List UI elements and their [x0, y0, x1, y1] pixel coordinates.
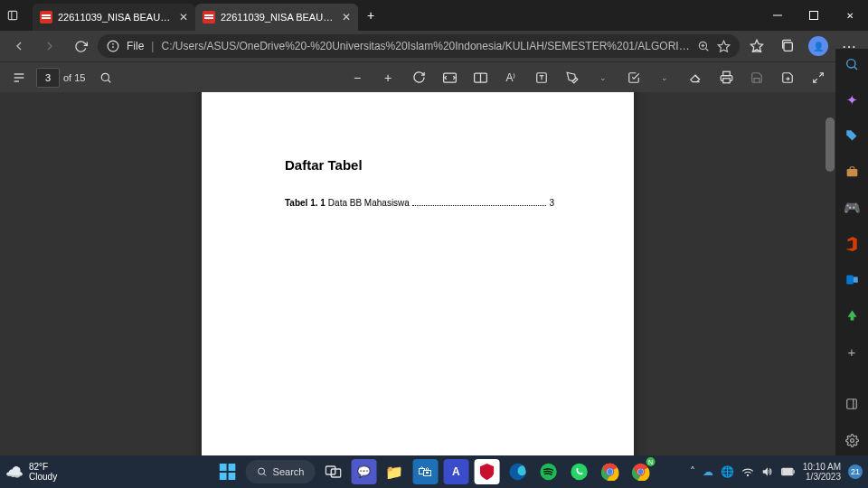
whatsapp-icon[interactable] [566, 459, 591, 484]
scrollbar-thumb[interactable] [826, 117, 835, 172]
outlook-icon[interactable] [841, 270, 863, 290]
refresh-button[interactable] [67, 33, 94, 60]
tab-1[interactable]: 22611039_NISA BEAUTY UTAMI... ✕ [33, 4, 195, 31]
chrome-icon-2[interactable]: N [627, 459, 653, 484]
toc-text: Data BB Mahasiswa [328, 198, 410, 208]
favorite-star-icon[interactable] [717, 40, 731, 53]
start-button[interactable] [215, 459, 241, 484]
briefcase-icon[interactable] [841, 162, 863, 182]
system-tray: ˄ ☁ 🌐 10:10 AM 1/3/2023 21 [690, 462, 863, 482]
maximize-button[interactable] [796, 0, 832, 31]
minimize-button[interactable] [760, 0, 796, 31]
read-aloud-icon[interactable]: A⁾ [497, 64, 524, 91]
games-icon[interactable]: 🎮 [841, 198, 863, 218]
tag-icon[interactable] [841, 127, 863, 146]
pdf-toolbar: of 15 − + A⁾ ⌄ ⌄ [0, 61, 868, 92]
taskbar: ☁️ 82°F Cloudy Search 💬 📁 🛍 A [0, 455, 868, 488]
edge-icon[interactable] [505, 459, 530, 484]
toc-label: Tabel 1. 1 [285, 198, 326, 208]
vertical-scrollbar[interactable] [825, 92, 835, 455]
tray-chevron-icon[interactable]: ˄ [690, 465, 695, 478]
erase-icon[interactable] [682, 64, 709, 91]
language-icon[interactable]: 🌐 [721, 465, 734, 478]
add-sidebar-icon[interactable]: + [841, 343, 863, 362]
chrome-icon[interactable] [597, 459, 622, 484]
collapse-sidebar-icon[interactable] [841, 394, 863, 414]
svg-point-51 [571, 464, 587, 480]
collections-icon[interactable] [774, 33, 801, 60]
store-icon[interactable]: 🛍 [412, 459, 438, 484]
page-number-input[interactable] [36, 68, 60, 88]
svg-rect-38 [847, 399, 857, 409]
save-icon[interactable] [743, 64, 770, 91]
close-icon[interactable]: ✕ [342, 11, 351, 23]
contents-icon[interactable] [5, 64, 33, 91]
svg-line-30 [819, 72, 823, 76]
sparkle-icon[interactable]: ✦ [841, 90, 863, 110]
fit-page-icon[interactable] [436, 64, 463, 91]
taskbar-center: Search 💬 📁 🛍 A N [215, 459, 654, 484]
mcafee-icon[interactable] [474, 459, 499, 484]
tab-2[interactable]: 22611039_NISA BEAUTY UTAMI... ✕ [195, 4, 358, 31]
explorer-icon[interactable]: 📁 [382, 459, 407, 484]
favorites-icon[interactable] [743, 33, 770, 60]
rotate-icon[interactable] [405, 64, 432, 91]
teams-icon[interactable]: 💬 [351, 459, 376, 484]
clock[interactable]: 10:10 AM 1/3/2023 [803, 462, 841, 482]
svg-rect-43 [220, 473, 227, 480]
find-icon[interactable] [92, 64, 119, 91]
battery-icon[interactable] [781, 467, 796, 476]
print-icon[interactable] [712, 64, 740, 91]
highlight-chevron-icon[interactable]: ⌄ [651, 64, 678, 91]
wifi-icon[interactable] [741, 467, 754, 477]
zoom-in-icon[interactable]: + [374, 64, 401, 91]
app-icon-a[interactable]: A [443, 459, 468, 484]
profile-avatar[interactable]: 👤 [805, 33, 832, 60]
zoom-out-icon[interactable]: − [344, 64, 371, 91]
volume-icon[interactable] [761, 466, 774, 477]
task-view-icon[interactable] [320, 459, 345, 484]
zoom-indicator-icon[interactable] [697, 40, 710, 52]
save-as-icon[interactable] [774, 64, 801, 91]
draw-icon[interactable] [559, 64, 586, 91]
notification-badge[interactable]: 21 [848, 465, 863, 479]
tab-actions-icon[interactable] [0, 0, 25, 31]
close-icon[interactable]: ✕ [179, 11, 188, 23]
info-icon [107, 40, 119, 52]
weather-widget[interactable]: ☁️ 82°F Cloudy [5, 462, 57, 482]
svg-point-56 [608, 469, 613, 474]
page-view-icon[interactable] [467, 64, 494, 91]
sidebar-settings-icon[interactable] [841, 430, 863, 450]
svg-point-50 [540, 464, 556, 480]
office-icon[interactable] [841, 234, 863, 254]
url-separator: | [151, 40, 154, 52]
draw-chevron-icon[interactable]: ⌄ [590, 64, 617, 91]
svg-point-33 [847, 60, 855, 68]
clock-date: 1/3/2023 [803, 472, 841, 482]
svg-line-31 [814, 79, 817, 82]
svg-rect-0 [8, 11, 16, 19]
svg-rect-62 [783, 470, 792, 474]
search-icon [257, 466, 268, 477]
svg-rect-37 [853, 277, 857, 283]
new-tab-button[interactable]: + [358, 0, 383, 31]
svg-point-40 [850, 438, 854, 442]
svg-rect-35 [846, 169, 857, 176]
fullscreen-icon[interactable] [805, 64, 832, 91]
spotify-icon[interactable] [535, 459, 561, 484]
add-text-icon[interactable] [528, 64, 555, 91]
taskbar-search[interactable]: Search [246, 460, 316, 483]
page-of-label: of 15 [63, 72, 85, 83]
file-label: File [127, 40, 144, 52]
tree-icon[interactable] [841, 306, 863, 326]
search-sidebar-icon[interactable] [841, 54, 863, 74]
weather-temp: 82°F [29, 462, 57, 472]
url-box[interactable]: File | C:/Users/ASUS/OneDrive%20-%20Univ… [98, 34, 740, 58]
pdf-viewer[interactable]: Daftar Tabel Tabel 1. 1 Data BB Mahasisw… [0, 92, 835, 455]
highlight-icon[interactable] [620, 64, 647, 91]
svg-rect-14 [784, 42, 792, 51]
close-window-button[interactable]: ✕ [832, 0, 868, 31]
back-button[interactable] [5, 33, 33, 60]
onedrive-icon[interactable]: ☁ [703, 465, 713, 478]
url-path: C:/Users/ASUS/OneDrive%20-%20Universitas… [161, 40, 690, 52]
